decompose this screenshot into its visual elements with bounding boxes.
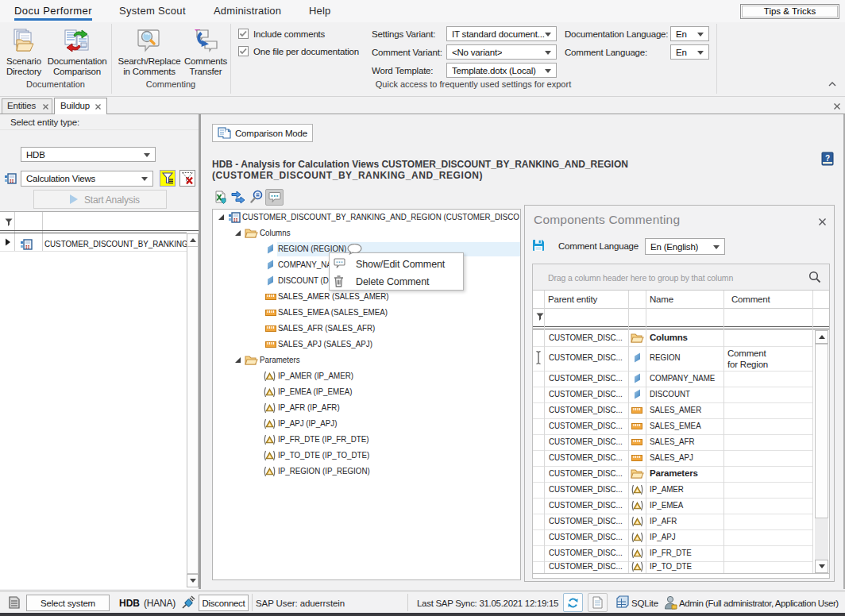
svg-text:?: ? bbox=[825, 154, 830, 163]
